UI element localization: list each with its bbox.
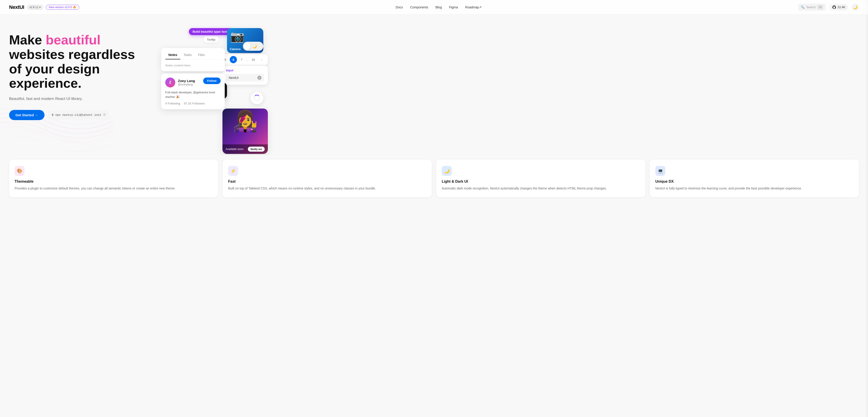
- input-label-text: Input: [226, 69, 264, 72]
- page-10[interactable]: 10: [250, 56, 257, 63]
- input-field[interactable]: NextUI ✕: [226, 74, 264, 81]
- tooltip-message: Build beautiful apps faster: [189, 28, 233, 35]
- camera-emoji: 📷: [230, 30, 244, 43]
- feature-fast: ⚡ Fast Built on top of Tailwind CSS, whi…: [223, 160, 432, 197]
- theme-toggle[interactable]: 🌙: [851, 4, 859, 11]
- hero-title: Make beautiful websites regardless of yo…: [9, 33, 150, 91]
- nav-components[interactable]: Components: [410, 5, 428, 9]
- github-icon: [832, 5, 836, 9]
- get-started-button[interactable]: Get Started →: [9, 110, 44, 120]
- code-text: $ npx nextui-cli@latest init: [52, 113, 101, 117]
- unique-dx-desc: NextUI is fully-typed to minimize the le…: [655, 186, 854, 191]
- profile-handle: @zoeylang: [178, 83, 195, 86]
- page-6-active[interactable]: 6: [230, 56, 237, 63]
- copy-icon[interactable]: ⎘: [103, 113, 105, 117]
- notify-text: Available soon.: [226, 147, 244, 151]
- profile-info: Z Zoey Lang @zoeylang: [165, 77, 195, 88]
- themeable-icon: 🎨: [14, 166, 25, 176]
- profile-header: Z Zoey Lang @zoeylang Follow: [165, 77, 221, 88]
- image-notify-card: 👩‍🎤 Available soon. Notify me: [222, 109, 268, 154]
- feature-unique-dx: 💻 Unique DX NextUI is fully-typed to min…: [650, 160, 859, 197]
- profile-bio: Full-stack developer, @getnextui lover s…: [165, 90, 221, 99]
- tabs-body: Notes content here...: [161, 60, 225, 71]
- light-dark-desc: Automatic dark mode recognition, NextUI …: [442, 186, 640, 191]
- toggle-knob: [244, 43, 251, 49]
- scrollbar[interactable]: [866, 0, 868, 417]
- page-dots-2: ...: [246, 58, 249, 61]
- feature-themeable: 🎨 Themeable Provides a plugin to customi…: [9, 160, 218, 197]
- profile-card: Z Zoey Lang @zoeylang Follow Full-stack …: [161, 73, 225, 109]
- code-snippet[interactable]: $ npx nextui-cli@latest init ⎘: [48, 110, 109, 120]
- hero-actions: Get Started → $ npx nextui-cli@latest in…: [9, 110, 150, 120]
- moon-icon: 🌙: [252, 44, 257, 48]
- brand-name: NextUI: [9, 4, 24, 10]
- following-count: 4 Following: [165, 102, 180, 105]
- navbar-right: 🔍 Search ^K 22.4K 🌙: [798, 4, 859, 11]
- tooltip-label: Tooltip: [204, 36, 219, 43]
- navbar-left: NextUI v2.6.11 ▾ New version v2.6.0 🔥: [9, 4, 79, 10]
- hero-subtitle: Beautiful, fast and modern React UI libr…: [9, 96, 150, 102]
- search-bar[interactable]: 🔍 Search ^K: [798, 4, 826, 11]
- tab-tasks[interactable]: Tasks: [181, 51, 195, 59]
- followers-count: 97.1K Followers: [184, 102, 205, 105]
- navbar-center: Docs Components Blog Figma Roadmap↗: [396, 5, 482, 9]
- tab-notes[interactable]: Notes: [165, 51, 181, 59]
- tabs-card: Notes Tasks Files Notes content here...: [161, 48, 225, 71]
- profile-text: Zoey Lang @zoeylang: [178, 79, 195, 86]
- fast-title: Fast: [228, 179, 426, 183]
- nav-figma[interactable]: Figma: [449, 5, 458, 9]
- nav-blog[interactable]: Blog: [435, 5, 442, 9]
- unique-dx-title: Unique DX: [655, 179, 854, 183]
- fast-icon: ⚡: [228, 166, 238, 176]
- fast-desc: Built on top of Tailwind CSS, which mean…: [228, 186, 426, 191]
- light-dark-title: Light & Dark UI: [442, 179, 640, 183]
- notify-bar: Available soon. Notify me: [222, 144, 268, 154]
- search-icon: 🔍: [801, 5, 804, 9]
- spinner-card: [251, 92, 263, 104]
- features-section: 🎨 Themeable Provides a plugin to customi…: [0, 155, 868, 209]
- follow-button[interactable]: Follow: [203, 77, 221, 84]
- tab-content: Notes content here...: [165, 64, 221, 67]
- next-page-btn[interactable]: ›: [258, 56, 265, 63]
- github-badge[interactable]: 22.4K: [829, 4, 848, 10]
- tab-files[interactable]: Files: [195, 51, 208, 59]
- darkmode-toggle-card[interactable]: 🌙: [243, 42, 263, 51]
- tabs-header: Notes Tasks Files: [161, 48, 225, 60]
- loading-spinner: [254, 95, 260, 101]
- github-stars: 22.4K: [838, 5, 845, 9]
- page-7[interactable]: 7: [238, 56, 245, 63]
- hero-right: 📷 Camera $525 🌙 ‹ 1 ... 5 6 7 ... 10 › I…: [159, 28, 263, 146]
- themeable-desc: Provides a plugin to customize default t…: [14, 186, 213, 191]
- profile-stats: 4 Following 97.1K Followers: [165, 102, 221, 105]
- camera-label: Camera: [230, 47, 241, 51]
- new-version-badge[interactable]: New version v2.6.0 🔥: [46, 5, 79, 10]
- themeable-title: Themeable: [14, 179, 213, 183]
- search-label: Search: [806, 5, 815, 9]
- hero-left: Make beautiful websites regardless of yo…: [9, 28, 150, 120]
- avatar: Z: [165, 77, 175, 88]
- hero-section: Make beautiful websites regardless of yo…: [0, 14, 868, 155]
- light-dark-icon: 🌙: [442, 166, 452, 176]
- navbar: NextUI v2.6.11 ▾ New version v2.6.0 🔥 Do…: [0, 0, 868, 14]
- nav-roadmap[interactable]: Roadmap↗: [465, 5, 482, 9]
- notify-button[interactable]: Notify me: [248, 147, 265, 151]
- profile-name: Zoey Lang: [178, 79, 195, 83]
- input-value: NextUI: [229, 76, 239, 79]
- woman-figure: 👩‍🎤: [232, 111, 258, 131]
- search-shortcut: ^K: [817, 5, 823, 9]
- input-clear-btn[interactable]: ✕: [257, 76, 261, 80]
- unique-dx-icon: 💻: [655, 166, 665, 176]
- nav-docs[interactable]: Docs: [396, 5, 403, 9]
- input-card: Input NextUI ✕: [222, 66, 268, 85]
- feature-light-dark: 🌙 Light & Dark UI Automatic dark mode re…: [436, 160, 645, 197]
- version-badge[interactable]: v2.6.11 ▾: [27, 5, 43, 10]
